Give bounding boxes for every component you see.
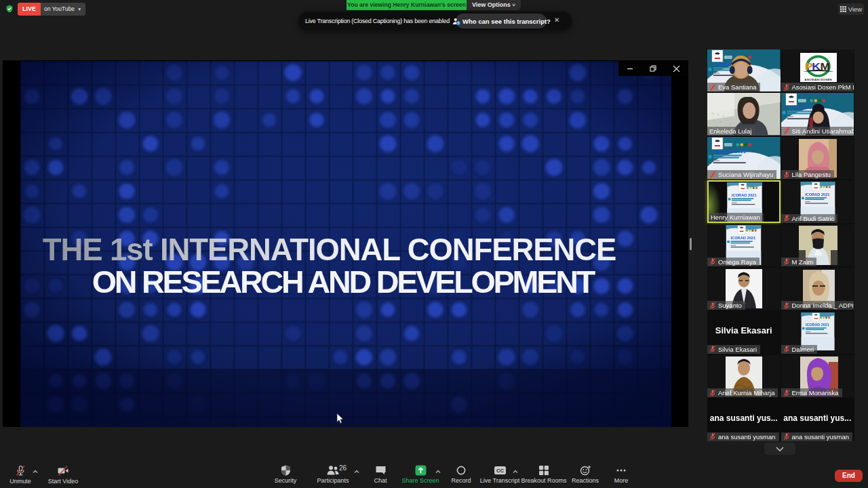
svg-text:ICORAD 2021: ICORAD 2021 bbox=[732, 193, 757, 197]
svg-text:ICORAD 2021: ICORAD 2021 bbox=[730, 236, 755, 240]
svg-text:ICORAD 2021: ICORAD 2021 bbox=[805, 192, 829, 197]
svg-text:ICORAD 2021: ICORAD 2021 bbox=[713, 148, 746, 154]
svg-text:ICORAD 2021: ICORAD 2021 bbox=[805, 323, 829, 327]
svg-text:CC: CC bbox=[496, 468, 504, 474]
svg-text:?: ? bbox=[457, 21, 459, 25]
svg-text:ASOSIASI DOSEN: ASOSIASI DOSEN bbox=[804, 78, 831, 81]
